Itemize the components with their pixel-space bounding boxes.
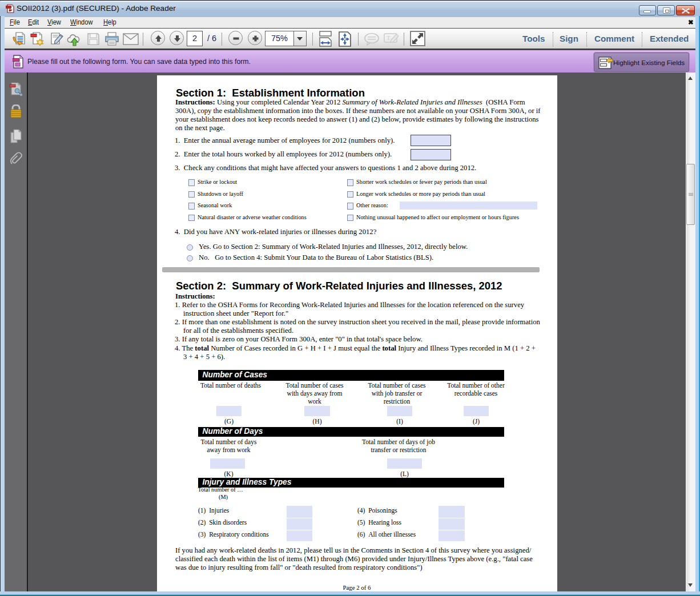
- svg-text:T: T: [387, 34, 391, 41]
